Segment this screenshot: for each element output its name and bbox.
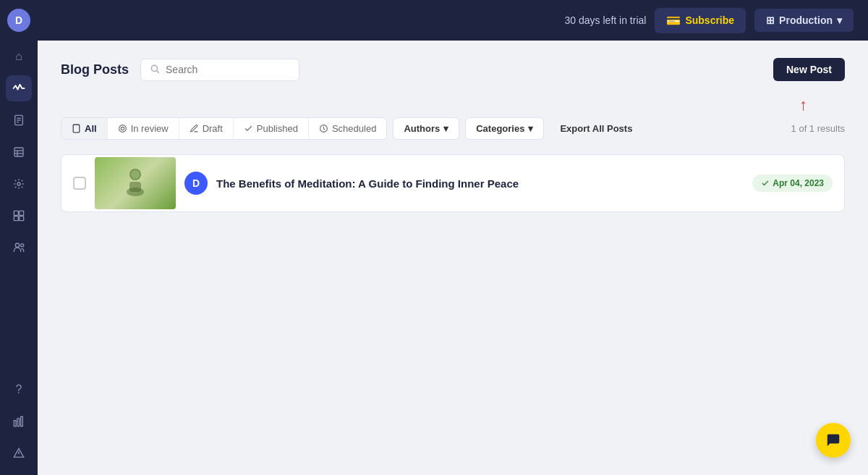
chevron-down-icon: ▾ [443, 123, 448, 134]
svg-rect-10 [20, 211, 24, 215]
svg-point-23 [119, 125, 126, 133]
filter-draft[interactable]: Draft [179, 118, 233, 139]
svg-line-21 [157, 70, 159, 72]
svg-rect-4 [14, 148, 23, 156]
filter-row: All In review Draft Published Scheduled [61, 117, 845, 140]
sidebar: D ⌂ ? [0, 0, 38, 475]
svg-rect-17 [21, 416, 23, 426]
status-filter-group: All In review Draft Published Scheduled [61, 117, 387, 140]
thumbnail-image [95, 157, 176, 209]
svg-rect-15 [14, 421, 16, 426]
arrow-indicator: ↑ [61, 96, 845, 114]
chat-button[interactable] [816, 423, 851, 458]
sidebar-item-network[interactable] [6, 440, 32, 466]
avatar[interactable]: D [7, 9, 30, 32]
search-input[interactable] [166, 64, 290, 75]
svg-point-29 [127, 188, 144, 196]
search-box [140, 59, 299, 81]
production-label: Production [779, 14, 833, 26]
sidebar-item-document[interactable] [6, 107, 32, 133]
post-card[interactable]: D The Benefits of Meditation: A Guide to… [61, 154, 845, 212]
svg-rect-22 [73, 125, 80, 133]
post-thumbnail [95, 157, 176, 209]
sidebar-item-media[interactable] [6, 203, 32, 229]
chevron-down-icon: ▾ [528, 123, 533, 134]
page-title: Blog Posts [61, 62, 129, 77]
svg-point-13 [15, 243, 19, 247]
author-avatar: D [184, 172, 208, 195]
grid-icon: ⊞ [766, 14, 775, 26]
svg-point-27 [131, 170, 140, 179]
main-area: 30 days left in trial 💳 Subscribe ⊞ Prod… [38, 0, 868, 475]
sidebar-item-home[interactable]: ⌂ [6, 43, 32, 70]
trial-text: 30 days left in trial [565, 14, 647, 26]
post-checkbox[interactable] [73, 177, 86, 190]
svg-point-20 [151, 65, 157, 71]
header-left: Blog Posts [61, 59, 299, 81]
filter-scheduled[interactable]: Scheduled [308, 118, 386, 139]
search-icon [150, 64, 160, 76]
sidebar-item-analytics[interactable] [6, 408, 32, 434]
export-button[interactable]: Export All Posts [550, 118, 642, 139]
new-post-button[interactable]: New Post [773, 58, 845, 81]
svg-point-8 [17, 182, 20, 185]
subscribe-label: Subscribe [685, 14, 734, 26]
authors-dropdown[interactable]: Authors ▾ [393, 117, 459, 140]
filter-in-review[interactable]: In review [107, 118, 179, 139]
svg-rect-11 [14, 217, 18, 221]
content-area: Blog Posts New Post ↑ [38, 41, 868, 475]
svg-rect-12 [20, 217, 24, 221]
production-button[interactable]: ⊞ Production ▾ [754, 9, 854, 32]
sidebar-item-users[interactable] [6, 235, 32, 261]
svg-rect-9 [14, 211, 18, 215]
sidebar-item-table[interactable] [6, 139, 32, 165]
results-count: 1 of 1 results [791, 123, 845, 134]
up-arrow-icon: ↑ [799, 96, 807, 114]
card-icon: 💳 [666, 14, 681, 28]
categories-dropdown[interactable]: Categories ▾ [465, 117, 544, 140]
chevron-down-icon: ▾ [837, 14, 842, 26]
header-row: Blog Posts New Post [61, 58, 845, 81]
sidebar-item-help[interactable]: ? [6, 377, 32, 403]
post-date-badge: Apr 04, 2023 [752, 175, 833, 192]
post-date: Apr 04, 2023 [773, 178, 824, 188]
filter-published[interactable]: Published [233, 118, 308, 139]
svg-point-14 [21, 244, 24, 247]
post-title: The Benefits of Meditation: A Guide to F… [216, 177, 744, 190]
sidebar-item-integrations[interactable] [6, 171, 32, 197]
svg-rect-16 [17, 419, 20, 426]
topbar: 30 days left in trial 💳 Subscribe ⊞ Prod… [38, 0, 868, 41]
subscribe-button[interactable]: 💳 Subscribe [655, 8, 746, 33]
filter-all[interactable]: All [61, 118, 107, 139]
sidebar-item-activity[interactable] [6, 75, 32, 101]
svg-point-24 [121, 127, 124, 130]
